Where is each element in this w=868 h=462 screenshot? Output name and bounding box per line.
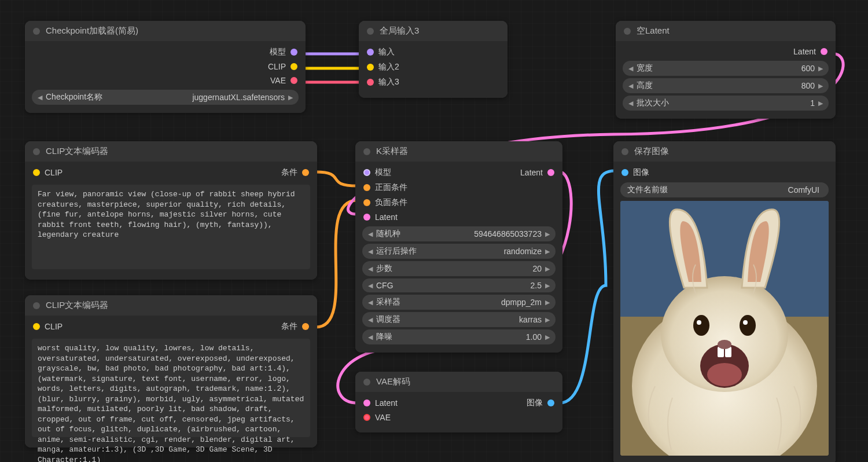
node-collapse-icon[interactable] — [367, 28, 374, 35]
node-empty-latent[interactable]: 空Latent Latent ◀宽度600▶◀高度800▶◀批次大小1▶ — [616, 21, 836, 119]
node-header[interactable]: K采样器 — [355, 141, 562, 162]
chevron-right-icon[interactable]: ▶ — [818, 65, 823, 72]
ksampler-field-3[interactable]: ◀CFG2.5▶ — [362, 278, 556, 292]
prompt-textarea[interactable]: Far view, panoramic view (close-up of ra… — [32, 185, 310, 269]
ksampler-field-5[interactable]: ◀调度器karras▶ — [362, 312, 556, 327]
chevron-left-icon[interactable]: ◀ — [368, 282, 373, 289]
svg-point-5 — [740, 315, 756, 336]
checkpoint-name-field[interactable]: ◀ Checkpoint名称 juggernautXL.safetensors … — [32, 90, 299, 105]
input-port-negative[interactable]: 负面条件 — [355, 195, 562, 210]
chevron-left-icon[interactable]: ◀ — [368, 230, 373, 238]
ksampler-field-4[interactable]: ◀采样器dpmpp_2m▶ — [362, 295, 556, 310]
output-port-vae[interactable]: VAE — [25, 74, 306, 87]
empty-latent-field-2[interactable]: ◀批次大小1▶ — [623, 96, 829, 111]
input-port-clip[interactable]: CLIP — [33, 321, 62, 332]
svg-point-6 — [697, 320, 701, 325]
chevron-right-icon[interactable]: ▶ — [545, 230, 550, 238]
node-collapse-icon[interactable] — [33, 148, 40, 155]
node-collapse-icon[interactable] — [363, 379, 370, 386]
node-title: VAE解码 — [376, 376, 410, 387]
ksampler-field-1[interactable]: ◀运行后操作randomize▶ — [362, 244, 556, 259]
chevron-right-icon[interactable]: ▶ — [545, 299, 550, 306]
node-title: 保存图像 — [634, 146, 669, 157]
chevron-right-icon[interactable]: ▶ — [818, 82, 823, 90]
node-vae-decode[interactable]: VAE解码 Latent 图像 VAE — [355, 372, 562, 432]
node-header[interactable]: 全局输入3 — [359, 21, 507, 41]
ksampler-field-2[interactable]: ◀步数20▶ — [362, 261, 556, 276]
chevron-left-icon[interactable]: ◀ — [368, 333, 373, 341]
node-title: K采样器 — [376, 146, 408, 157]
node-clip-text-encode-negative[interactable]: CLIP文本编码器 CLIP 条件 worst quality, low qua… — [25, 295, 317, 448]
node-header[interactable]: Checkpoint加载器(简易) — [25, 21, 306, 41]
output-port-latent[interactable]: Latent — [520, 167, 554, 178]
node-clip-text-encode-positive[interactable]: CLIP文本编码器 CLIP 条件 Far view, panoramic vi… — [25, 141, 317, 280]
node-collapse-icon[interactable] — [363, 148, 370, 155]
chevron-right-icon[interactable]: ▶ — [545, 265, 550, 273]
node-collapse-icon[interactable] — [33, 302, 40, 309]
chevron-right-icon[interactable]: ▶ — [545, 248, 550, 255]
empty-latent-field-1[interactable]: ◀高度800▶ — [623, 78, 829, 93]
node-title: 空Latent — [637, 25, 670, 36]
svg-point-9 — [707, 363, 742, 386]
node-collapse-icon[interactable] — [33, 28, 40, 35]
input-port-latent[interactable]: Latent — [363, 398, 398, 408]
chevron-left-icon[interactable]: ◀ — [368, 299, 373, 306]
node-title: CLIP文本编码器 — [46, 300, 108, 311]
svg-point-7 — [743, 320, 748, 325]
chevron-left-icon[interactable]: ◀ — [628, 65, 633, 72]
svg-point-4 — [693, 315, 709, 336]
node-collapse-icon[interactable] — [624, 28, 631, 35]
node-global-input[interactable]: 全局输入3 输入 输入2 输入3 — [359, 21, 507, 98]
output-port-clip[interactable]: CLIP — [25, 60, 306, 74]
chevron-left-icon[interactable]: ◀ — [38, 94, 42, 101]
node-header[interactable]: CLIP文本编码器 — [25, 141, 317, 162]
output-port-image[interactable]: 图像 — [527, 398, 554, 408]
chevron-right-icon[interactable]: ▶ — [545, 282, 550, 289]
input-port-positive[interactable]: 正面条件 — [355, 180, 562, 195]
input-port-2[interactable]: 输入2 — [359, 60, 507, 75]
node-title: Checkpoint加载器(简易) — [46, 25, 138, 36]
output-port-conditioning[interactable]: 条件 — [281, 167, 309, 178]
node-save-image[interactable]: 保存图像 图像 文件名前缀 ComfyUI — [613, 141, 836, 462]
node-checkpoint-loader[interactable]: Checkpoint加载器(简易) 模型 CLIP VAE ◀ Checkpoi… — [25, 21, 306, 113]
input-port-clip[interactable]: CLIP — [33, 167, 62, 178]
input-port-vae[interactable]: VAE — [355, 410, 562, 424]
output-port-latent[interactable]: Latent — [616, 45, 836, 58]
output-port-conditioning[interactable]: 条件 — [281, 321, 309, 332]
node-header[interactable]: 保存图像 — [613, 141, 836, 162]
chevron-left-icon[interactable]: ◀ — [628, 100, 633, 107]
filename-prefix-field[interactable]: 文件名前缀 ComfyUI — [620, 182, 829, 197]
output-port-model[interactable]: 模型 — [25, 45, 306, 60]
input-port-1[interactable]: 输入 — [359, 45, 507, 60]
node-title: CLIP文本编码器 — [46, 146, 108, 157]
output-image-preview[interactable] — [620, 201, 829, 456]
ksampler-field-0[interactable]: ◀随机种594646865033723▶ — [362, 226, 556, 241]
empty-latent-field-0[interactable]: ◀宽度600▶ — [623, 61, 829, 76]
node-ksampler[interactable]: K采样器 模型 Latent 正面条件 负面条件 Latent ◀随机种5946… — [355, 141, 562, 353]
input-port-model[interactable]: 模型 — [363, 167, 391, 178]
ksampler-field-6[interactable]: ◀降噪1.00▶ — [362, 329, 556, 344]
chevron-right-icon[interactable]: ▶ — [545, 333, 550, 341]
chevron-right-icon[interactable]: ▶ — [288, 94, 293, 101]
node-collapse-icon[interactable] — [621, 148, 628, 155]
input-port-latent[interactable]: Latent — [355, 210, 562, 224]
chevron-right-icon[interactable]: ▶ — [545, 316, 550, 324]
chevron-left-icon[interactable]: ◀ — [368, 316, 373, 324]
chevron-left-icon[interactable]: ◀ — [368, 265, 373, 273]
node-header[interactable]: VAE解码 — [355, 372, 562, 392]
svg-point-12 — [718, 340, 731, 349]
input-port-image[interactable]: 图像 — [613, 165, 836, 180]
chevron-left-icon[interactable]: ◀ — [628, 82, 633, 90]
input-port-3[interactable]: 输入3 — [359, 75, 507, 90]
prompt-textarea[interactable]: worst quality, low quality, lowres, low … — [32, 339, 310, 437]
node-header[interactable]: CLIP文本编码器 — [25, 295, 317, 316]
chevron-left-icon[interactable]: ◀ — [368, 248, 373, 255]
chevron-right-icon[interactable]: ▶ — [818, 100, 823, 107]
node-title: 全局输入3 — [380, 25, 419, 36]
node-header[interactable]: 空Latent — [616, 21, 836, 41]
